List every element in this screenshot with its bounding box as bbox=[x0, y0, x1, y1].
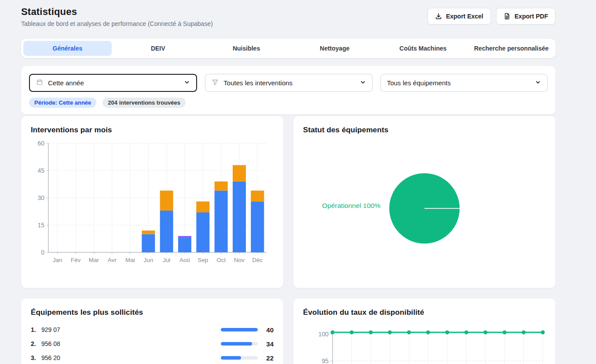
line-point bbox=[369, 331, 373, 335]
tab-nuisibles[interactable]: Nuisibles bbox=[202, 39, 291, 58]
usage-bar-track bbox=[221, 356, 258, 360]
page-subtitle: Tableaux de bord et analyses de performa… bbox=[21, 20, 213, 27]
x-tick-label: Fév bbox=[71, 257, 81, 263]
line-point bbox=[464, 331, 468, 335]
x-tick-label: Sep bbox=[197, 257, 208, 263]
equipment-row: 2. 956 08 34 bbox=[31, 339, 274, 349]
equipment-row: 1. 929 07 40 bbox=[31, 325, 274, 335]
x-tick-label: Jan bbox=[53, 257, 62, 263]
interventions-chart-title: Interventions par mois bbox=[31, 126, 274, 135]
bar-segment-blue bbox=[215, 190, 228, 252]
tab-deiv[interactable]: DEIV bbox=[114, 39, 202, 58]
equipment-name: 956 08 bbox=[41, 340, 221, 347]
x-tick-label: Déc bbox=[252, 257, 263, 263]
interventions-bar-chart: 015304560JanFévMarAvrMaiJunJulAoûSepOctN… bbox=[31, 137, 274, 274]
y-tick-label: 100 bbox=[318, 331, 329, 338]
x-tick-label: Jul bbox=[163, 257, 170, 263]
x-tick-label: Aoû bbox=[179, 257, 190, 263]
filter-funnel-icon bbox=[212, 79, 219, 87]
y-tick-label: 30 bbox=[37, 194, 44, 201]
tab-recherche-personnalisee[interactable]: Recherche personnalisée bbox=[467, 39, 556, 58]
tab-nettoyage[interactable]: Nettoyage bbox=[290, 39, 379, 58]
equipment-rank: 2. bbox=[31, 340, 41, 347]
equipment-value: 34 bbox=[262, 340, 274, 348]
filter-badges: Période: Cette année 204 interventions t… bbox=[29, 98, 548, 108]
bar-segment-purple bbox=[178, 236, 191, 238]
export-excel-button[interactable]: Export Excel bbox=[428, 8, 491, 25]
header-text: Statistiques Tableaux de bord et analyse… bbox=[21, 6, 213, 27]
line-chart-svg: 10095 bbox=[303, 320, 546, 364]
tab-couts-machines[interactable]: Coûts Machines bbox=[379, 39, 467, 58]
pie-slice-label: Opérationnel 100% bbox=[322, 202, 380, 209]
tab-generales[interactable]: Générales bbox=[23, 41, 112, 56]
equipment-select-value: Tous les équipements bbox=[387, 79, 530, 87]
bar-segment-blue bbox=[160, 211, 173, 252]
results-count-badge: 204 interventions trouvées bbox=[102, 98, 186, 108]
equipment-status-pie-chart: Opérationnel 100% bbox=[303, 137, 546, 271]
x-tick-label: Oct bbox=[216, 257, 226, 263]
line-point bbox=[426, 331, 430, 335]
x-tick-label: Mar bbox=[89, 257, 99, 263]
line-point bbox=[331, 331, 335, 335]
line-point bbox=[483, 331, 487, 335]
x-tick-label: Mai bbox=[125, 257, 135, 263]
bar-segment-orange bbox=[251, 190, 264, 201]
equipment-rank: 3. bbox=[31, 354, 41, 361]
availability-trend-card: Évolution du taux de disponibilité 10095 bbox=[293, 298, 556, 364]
bar-segment-blue bbox=[178, 238, 191, 252]
bar-segment-blue bbox=[251, 201, 264, 252]
tab-bar: Générales DEIV Nuisibles Nettoyage Coûts… bbox=[21, 39, 556, 58]
usage-bar-track bbox=[221, 328, 258, 331]
calendar-icon bbox=[36, 79, 43, 87]
statistics-page: Statistiques Tableaux de bord et analyse… bbox=[0, 0, 596, 364]
equipment-row: 3. 956 20 22 bbox=[31, 353, 274, 363]
y-tick-label: 15 bbox=[37, 222, 44, 229]
line-point bbox=[522, 331, 526, 335]
charts-grid: Interventions par mois 015304560JanFévMa… bbox=[21, 116, 556, 364]
x-tick-label: Avr bbox=[108, 257, 117, 263]
usage-bar-fill bbox=[221, 356, 241, 360]
line-point bbox=[350, 331, 354, 335]
bar-chart-svg: 015304560JanFévMarAvrMaiJunJulAoûSepOctN… bbox=[31, 137, 274, 273]
equipment-value: 40 bbox=[262, 326, 274, 334]
bar-segment-blue bbox=[142, 234, 155, 252]
chevron-down-icon bbox=[184, 79, 190, 87]
period-select-value: Cette année bbox=[48, 79, 179, 87]
equipment-status-card: Statut des équipements Opérationnel 100% bbox=[293, 116, 556, 288]
header-actions: Export Excel Export PDF bbox=[428, 8, 556, 25]
export-pdf-label: Export PDF bbox=[515, 13, 548, 20]
bar-segment-orange bbox=[160, 190, 173, 210]
y-tick-label: 0 bbox=[41, 249, 44, 256]
pie-chart-svg: Opérationnel 100% bbox=[303, 137, 546, 269]
usage-bar-fill bbox=[221, 342, 252, 346]
period-select[interactable]: Cette année bbox=[29, 74, 197, 92]
file-icon bbox=[504, 13, 511, 20]
top-equipment-card: Équipements les plus sollicités 1. 929 0… bbox=[21, 298, 283, 364]
equipment-name: 929 07 bbox=[41, 326, 221, 333]
bar-segment-orange bbox=[233, 165, 246, 182]
availability-trend-title: Évolution du taux de disponibilité bbox=[303, 308, 546, 317]
availability-line-chart: 10095 bbox=[303, 320, 546, 364]
bar-segment-orange bbox=[215, 182, 228, 191]
filter-selects: Cette année Toutes les interventions Tou… bbox=[29, 74, 548, 92]
top-equipment-title: Équipements les plus sollicités bbox=[31, 308, 274, 317]
equipment-value: 22 bbox=[262, 354, 274, 362]
period-badge: Période: Cette année bbox=[29, 98, 96, 108]
chevron-down-icon bbox=[535, 79, 541, 87]
line-point bbox=[503, 331, 507, 335]
line-point bbox=[407, 331, 411, 335]
line-point bbox=[388, 331, 392, 335]
intervention-select-value: Toutes les interventions bbox=[223, 79, 355, 87]
y-tick-label: 95 bbox=[322, 357, 329, 364]
filters-card: Cette année Toutes les interventions Tou… bbox=[21, 66, 556, 114]
intervention-type-select[interactable]: Toutes les interventions bbox=[205, 74, 372, 92]
bar-segment-blue bbox=[233, 182, 246, 252]
page-title: Statistiques bbox=[21, 6, 213, 18]
bar-segment-blue bbox=[196, 212, 209, 252]
x-tick-label: Jun bbox=[143, 257, 153, 263]
equipment-select[interactable]: Tous les équipements bbox=[380, 74, 548, 92]
chevron-down-icon bbox=[360, 79, 366, 87]
line-point bbox=[445, 331, 449, 335]
export-pdf-button[interactable]: Export PDF bbox=[496, 8, 556, 25]
y-tick-label: 60 bbox=[37, 140, 44, 147]
